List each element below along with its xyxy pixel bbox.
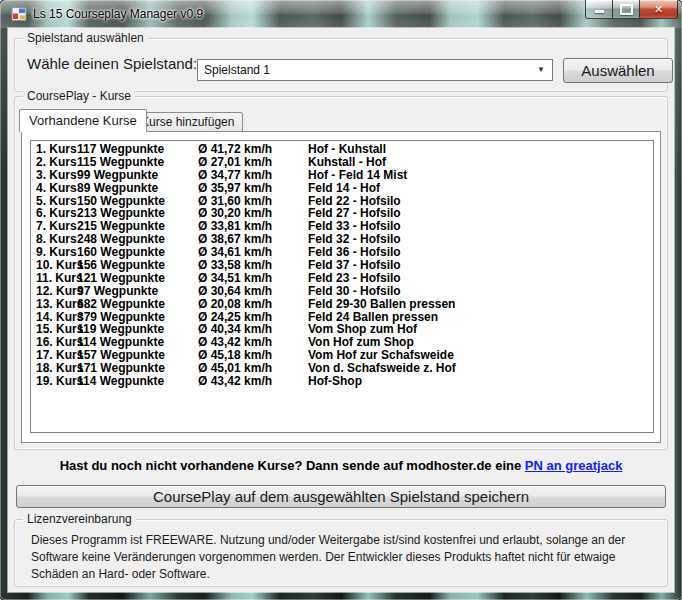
savegame-group-title: Spielstand auswählen xyxy=(23,31,148,45)
course-avg-speed: Ø 41,72 km/h xyxy=(198,143,272,156)
course-route: Feld 30 - Hofsilo xyxy=(308,285,401,298)
license-groupbox: Lizenzvereinbarung Dieses Programm ist F… xyxy=(14,519,668,587)
course-row[interactable]: 19. Kurs 114 Wegpunkte Ø 43,42 km/h Hof-… xyxy=(31,375,653,388)
course-route: Hof - Feld 14 Mist xyxy=(308,169,407,182)
close-button[interactable]: ✕ xyxy=(640,0,678,19)
course-row[interactable]: 11. Kurs 121 Wegpunkte Ø 34,51 km/h Feld… xyxy=(31,272,653,285)
courses-group-title: CoursePlay - Kurse xyxy=(23,89,135,103)
course-waypoints: 89 Wegpunkte xyxy=(77,182,158,195)
course-row[interactable]: 10. Kurs 156 Wegpunkte Ø 33,58 km/h Feld… xyxy=(31,259,653,272)
course-route: Feld 14 - Hof xyxy=(308,182,380,195)
course-route: Hof - Kuhstall xyxy=(308,143,386,156)
maximize-button[interactable] xyxy=(612,0,640,19)
close-icon: ✕ xyxy=(654,3,663,16)
course-avg-speed: Ø 34,51 km/h xyxy=(198,272,272,285)
course-row[interactable]: 3. Kurs 99 Wegpunkte Ø 34,77 km/h Hof - … xyxy=(31,169,653,182)
course-avg-speed: Ø 35,97 km/h xyxy=(198,182,272,195)
course-waypoints: 99 Wegpunkte xyxy=(77,169,158,182)
tab-vorhandene-kurse[interactable]: Vorhandene Kurse xyxy=(19,109,147,132)
course-route: Hof-Shop xyxy=(308,375,362,388)
chevron-down-icon: ▼ xyxy=(537,60,545,80)
course-avg-speed: Ø 27,01 km/h xyxy=(198,156,272,169)
window-controls: ✕ xyxy=(585,0,678,19)
course-row[interactable]: 2. Kurs 115 Wegpunkte Ø 27,01 km/h Kuhst… xyxy=(31,156,653,169)
course-waypoints: 682 Wegpunkte xyxy=(77,298,165,311)
course-row[interactable]: 1. Kurs 117 Wegpunkte Ø 41,72 km/h Hof -… xyxy=(31,143,653,156)
course-waypoints: 121 Wegpunkte xyxy=(77,272,165,285)
course-number: 1. Kurs xyxy=(36,143,77,156)
course-route: Feld 23 - Hofsilo xyxy=(308,272,401,285)
course-number: 3. Kurs xyxy=(36,169,77,182)
savegame-groupbox: Spielstand auswählen Wähle deinen Spiels… xyxy=(14,38,668,92)
course-route: Feld 37 - Hofsilo xyxy=(308,259,401,272)
maximize-icon xyxy=(620,4,633,15)
savegame-label: Wähle deinen Spielstand: xyxy=(27,55,197,72)
pn-link[interactable]: PN an greatjack xyxy=(525,458,623,473)
course-waypoints: 117 Wegpunkte xyxy=(77,143,164,156)
course-row[interactable]: 13. Kurs 682 Wegpunkte Ø 20,08 km/h Feld… xyxy=(31,298,653,311)
courses-groupbox: CoursePlay - Kurse Vorhandene Kurse Kurs… xyxy=(14,96,668,450)
course-avg-speed: Ø 30,64 km/h xyxy=(198,285,272,298)
course-number: 11. Kurs xyxy=(36,272,83,285)
savegame-selected-value: Spielstand 1 xyxy=(204,60,270,80)
client-area: Spielstand auswählen Wähle deinen Spiels… xyxy=(8,28,674,592)
hint-line: Hast du noch nicht vorhandene Kurse? Dan… xyxy=(8,458,674,473)
course-avg-speed: Ø 20,08 km/h xyxy=(198,298,272,311)
course-avg-speed: Ø 34,77 km/h xyxy=(198,169,272,182)
course-route: Feld 29-30 Ballen pressen xyxy=(308,298,455,311)
hint-text: Hast du noch nicht vorhandene Kurse? Dan… xyxy=(60,458,522,473)
course-row[interactable]: 12. Kurs 97 Wegpunkte Ø 30,64 km/h Feld … xyxy=(31,285,653,298)
select-savegame-button[interactable]: Auswählen xyxy=(563,58,673,83)
license-text: Dieses Programm ist FREEWARE. Nutzung un… xyxy=(31,532,637,583)
minimize-button[interactable] xyxy=(585,0,612,19)
course-waypoints: 97 Wegpunkte xyxy=(77,285,158,298)
app-window: Ls 15 Courseplay Manager v0.9 ✕ Spielsta… xyxy=(0,0,682,600)
course-waypoints: 114 Wegpunkte xyxy=(77,375,164,388)
course-number: 2. Kurs xyxy=(36,156,77,169)
courses-tabpage: 1. Kurs 117 Wegpunkte Ø 41,72 km/h Hof -… xyxy=(21,131,661,443)
license-group-title: Lizenzvereinbarung xyxy=(23,512,136,526)
course-route: Kuhstall - Hof xyxy=(308,156,386,169)
minimize-icon xyxy=(595,10,604,13)
course-waypoints: 156 Wegpunkte xyxy=(77,259,165,272)
course-avg-speed: Ø 43,42 km/h xyxy=(198,375,272,388)
app-icon xyxy=(11,6,27,22)
titlebar[interactable]: Ls 15 Courseplay Manager v0.9 ✕ xyxy=(0,0,682,28)
course-row[interactable]: 4. Kurs 89 Wegpunkte Ø 35,97 km/h Feld 1… xyxy=(31,182,653,195)
tab-kurse-hinzufuegen[interactable]: Kurse hinzufügen xyxy=(132,112,243,132)
save-courseplay-button[interactable]: CoursePlay auf dem ausgewählten Spielsta… xyxy=(16,485,666,508)
savegame-combobox[interactable]: Spielstand 1 ▼ xyxy=(197,59,553,81)
course-waypoints: 115 Wegpunkte xyxy=(77,156,164,169)
course-list[interactable]: 1. Kurs 117 Wegpunkte Ø 41,72 km/h Hof -… xyxy=(30,140,654,433)
window-title: Ls 15 Courseplay Manager v0.9 xyxy=(33,0,203,28)
course-number: 4. Kurs xyxy=(36,182,77,195)
course-avg-speed: Ø 33,58 km/h xyxy=(198,259,272,272)
